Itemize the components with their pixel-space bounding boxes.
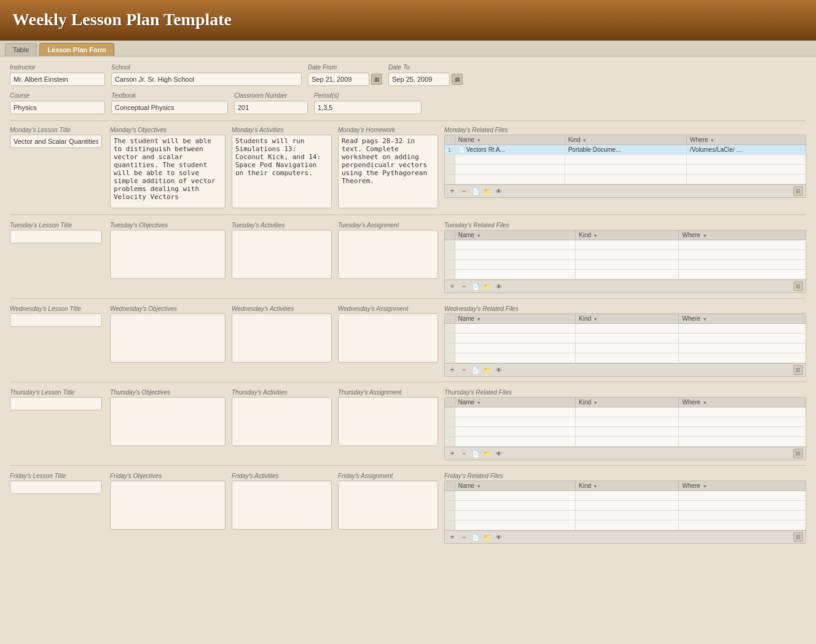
name-sort-icon[interactable]: ▾ <box>477 138 480 143</box>
wednesday-activities-textarea[interactable] <box>232 313 332 363</box>
preview-button[interactable]: 👁 <box>494 532 504 542</box>
remove-file-button[interactable]: − <box>459 449 469 458</box>
thursday-activities-textarea[interactable] <box>232 397 332 446</box>
file-kind-cell-empty <box>576 427 679 437</box>
file-name-cell-empty <box>455 417 576 427</box>
thursday-objectives-textarea[interactable] <box>110 397 226 446</box>
file-name-cell-empty <box>455 240 576 250</box>
date-to-input[interactable] <box>388 73 450 86</box>
new-file-button[interactable]: 📄 <box>471 365 481 375</box>
resize-table-button[interactable]: ⊞ <box>793 532 803 542</box>
date-to-calendar-icon[interactable]: ▦ <box>452 74 463 85</box>
toolbar-left: + − 📄 📁 👁 <box>447 281 504 291</box>
wednesday-homework-textarea[interactable] <box>338 313 438 363</box>
where-sort-icon[interactable]: ▾ <box>704 400 706 406</box>
resize-table-button[interactable]: ⊞ <box>793 449 803 458</box>
school-input[interactable] <box>111 73 302 86</box>
date-from-calendar-icon[interactable]: ▦ <box>371 74 382 85</box>
kind-sort-icon[interactable]: ▾ <box>594 316 597 322</box>
where-sort-icon[interactable]: ▾ <box>711 138 713 143</box>
add-file-button[interactable]: + <box>447 532 457 542</box>
new-file-button[interactable]: 📄 <box>471 449 481 458</box>
where-sort-icon[interactable]: ▾ <box>704 316 706 322</box>
remove-file-button[interactable]: − <box>459 365 469 375</box>
file-kind-cell-empty <box>565 155 686 165</box>
name-sort-icon[interactable]: ▾ <box>477 233 480 238</box>
name-sort-icon[interactable]: ▾ <box>477 400 480 406</box>
open-folder-button[interactable]: 📁 <box>482 186 492 196</box>
kind-sort-icon[interactable]: ▾ <box>594 233 597 238</box>
instructor-group: Instructor <box>10 64 105 86</box>
new-file-button[interactable]: 📄 <box>471 186 481 196</box>
tuesday-homework-textarea[interactable] <box>338 230 438 279</box>
remove-file-button[interactable]: − <box>459 281 469 291</box>
kind-sort-icon[interactable]: ▾ <box>583 138 586 143</box>
monday-homework-textarea[interactable]: Read pags 28-32 in text. Complete worksh… <box>338 135 438 208</box>
monday-activities-textarea[interactable]: Students will run Simulations 13: Coconu… <box>232 135 332 208</box>
file-where-cell-empty <box>679 324 806 334</box>
tuesday-files-col: Name ▾ Kind ▾ Where ▾ <box>444 230 806 293</box>
wednesday-files-table-container: Name ▾ Kind ▾ Where ▾ <box>444 313 806 377</box>
remove-file-button[interactable]: − <box>459 186 469 196</box>
wednesday-title-col <box>10 313 105 327</box>
open-folder-button[interactable]: 📁 <box>482 365 492 375</box>
textbook-input[interactable] <box>111 101 228 114</box>
kind-sort-icon[interactable]: ▾ <box>594 400 597 406</box>
thursday-homework-label-col: Thursday's Assignment <box>338 388 439 396</box>
resize-table-button[interactable]: ⊞ <box>793 186 803 196</box>
remove-file-button[interactable]: − <box>459 532 469 542</box>
periods-group: Period(s) <box>314 92 422 114</box>
file-where-cell-empty <box>679 334 806 344</box>
friday-objectives-textarea[interactable] <box>110 481 226 530</box>
add-file-button[interactable]: + <box>447 365 457 375</box>
where-sort-icon[interactable]: ▾ <box>704 233 706 238</box>
thursday-title-input[interactable] <box>10 397 102 410</box>
preview-button[interactable]: 👁 <box>494 281 504 291</box>
course-input[interactable] <box>10 101 105 114</box>
row-number-empty <box>445 344 455 353</box>
add-file-button[interactable]: + <box>447 449 457 458</box>
name-sort-icon[interactable]: ▾ <box>477 484 480 489</box>
tuesday-objectives-textarea[interactable] <box>110 230 226 279</box>
instructor-input[interactable] <box>10 73 105 86</box>
tab-table[interactable]: Table <box>5 43 37 56</box>
resize-table-button[interactable]: ⊞ <box>793 281 803 291</box>
periods-input[interactable] <box>314 101 422 114</box>
friday-objectives-col <box>110 481 227 531</box>
file-where-cell-empty <box>679 407 806 417</box>
wednesday-objectives-textarea[interactable] <box>110 313 226 363</box>
kind-sort-icon[interactable]: ▾ <box>594 484 597 489</box>
wednesday-title-input[interactable] <box>10 313 102 327</box>
tuesday-title-input[interactable] <box>10 230 102 243</box>
where-sort-icon[interactable]: ▾ <box>704 484 706 489</box>
friday-homework-textarea[interactable] <box>338 481 438 530</box>
wednesday-table-toolbar: + − 📄 📁 👁 ⊞ <box>445 363 806 376</box>
resize-table-button[interactable]: ⊞ <box>793 365 803 375</box>
thursday-homework-textarea[interactable] <box>338 397 438 446</box>
monday-objectives-textarea[interactable]: The student will be able to distinguish … <box>110 135 226 208</box>
open-folder-button[interactable]: 📁 <box>482 449 492 458</box>
tuesday-activities-col <box>232 230 333 280</box>
tab-lesson-plan-form[interactable]: Lesson Plan Form <box>39 43 114 56</box>
preview-button[interactable]: 👁 <box>494 186 504 196</box>
monday-title-input[interactable] <box>10 135 102 148</box>
name-sort-icon[interactable]: ▾ <box>477 316 480 322</box>
row-number-empty <box>445 334 455 344</box>
friday-title-input[interactable] <box>10 481 102 494</box>
classroom-input[interactable] <box>234 101 308 114</box>
preview-button[interactable]: 👁 <box>494 449 504 458</box>
new-file-button[interactable]: 📄 <box>471 532 481 542</box>
preview-button[interactable]: 👁 <box>494 365 504 375</box>
date-from-input[interactable] <box>308 73 369 86</box>
friday-activities-textarea[interactable] <box>232 481 332 530</box>
new-file-button[interactable]: 📄 <box>471 281 481 291</box>
table-row-empty <box>445 437 806 447</box>
monday-homework-label-col: Monday's Homework <box>338 126 439 133</box>
open-folder-button[interactable]: 📁 <box>482 281 492 291</box>
file-kind-cell-empty <box>565 175 686 184</box>
open-folder-button[interactable]: 📁 <box>482 532 492 542</box>
tuesday-activities-textarea[interactable] <box>232 230 332 279</box>
add-file-button[interactable]: + <box>447 186 457 196</box>
add-file-button[interactable]: + <box>447 281 457 291</box>
thursday-title-label: Thursday's Lesson Title <box>10 389 74 396</box>
